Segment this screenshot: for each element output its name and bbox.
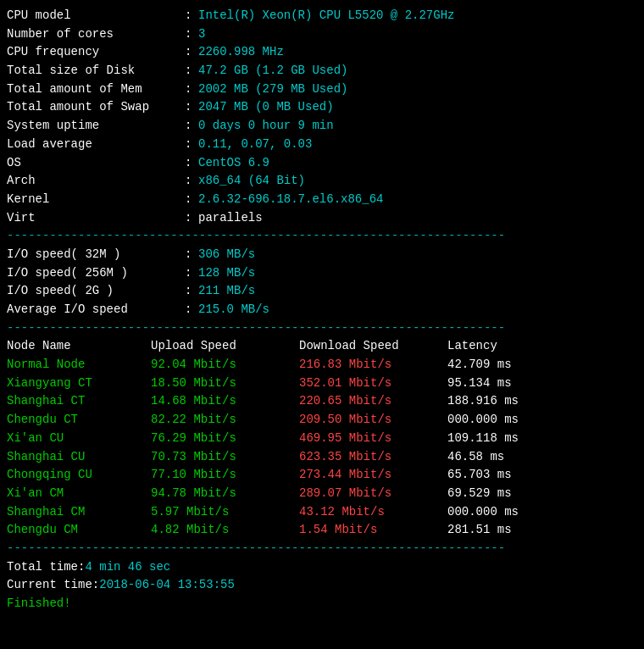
freq-value: 2260.998 MHz (198, 43, 284, 62)
cpu-model-row: CPU model : Intel(R) Xeon(R) CPU L5520 @… (7, 7, 637, 25)
io2g-value: 211 MB/s (198, 282, 255, 301)
node-download: 623.35 Mbit/s (299, 448, 447, 467)
node-upload: 18.50 Mbit/s (151, 374, 299, 393)
node-latency: 281.51 ms (447, 521, 637, 540)
table-row: Shanghai CM5.97 Mbit/s43.12 Mbit/s000.00… (7, 503, 637, 522)
os-colon: : (185, 154, 198, 173)
avg-io-row: Average I/O speed : 215.0 MB/s (7, 301, 637, 319)
io32-colon: : (185, 246, 198, 264)
os-label: OS (7, 154, 185, 173)
swap-row: Total amount of Swap : 2047 MB (0 MB Use… (7, 98, 637, 117)
node-name: Xiangyang CT (7, 374, 151, 393)
node-latency: 69.529 ms (447, 485, 637, 503)
arch-label: Arch (7, 172, 185, 191)
divider-3: ----------------------------------------… (7, 540, 637, 558)
disk-colon: : (185, 62, 198, 80)
table-row: Xi'an CM94.78 Mbit/s289.07 Mbit/s69.529 … (7, 485, 637, 503)
finished-line: Finished! (7, 595, 637, 613)
node-latency: 000.000 ms (447, 503, 637, 522)
header-name: Node Name (7, 337, 151, 356)
current-time-label: Current time (7, 576, 92, 595)
current-time-value: 2018-06-04 13:53:55 (99, 576, 235, 595)
cores-row: Number of cores : 3 (7, 25, 637, 44)
current-time-colon: : (92, 576, 99, 595)
io32-value: 306 MB/s (198, 246, 255, 264)
node-latency: 95.134 ms (447, 374, 637, 393)
cores-label: Number of cores (7, 25, 185, 44)
node-name: Chengdu CM (7, 521, 151, 540)
node-latency: 109.118 ms (447, 430, 637, 448)
node-upload: 76.29 Mbit/s (151, 430, 299, 448)
mem-value: 2002 MB (279 MB Used) (198, 80, 347, 99)
io2g-colon: : (185, 282, 198, 301)
table-row: Shanghai CU70.73 Mbit/s623.35 Mbit/s46.5… (7, 448, 637, 467)
divider-2: ----------------------------------------… (7, 319, 637, 338)
header-latency: Latency (447, 337, 637, 356)
node-download: 209.50 Mbit/s (299, 411, 447, 430)
node-latency: 000.000 ms (447, 411, 637, 430)
node-name: Shanghai CT (7, 392, 151, 411)
node-latency: 65.703 ms (447, 466, 637, 485)
node-upload: 4.82 Mbit/s (151, 521, 299, 540)
node-download: 1.54 Mbit/s (299, 521, 447, 540)
node-latency: 188.916 ms (447, 392, 637, 411)
os-row: OS : CentOS 6.9 (7, 154, 637, 173)
total-time-value: 4 min 46 sec (85, 558, 170, 577)
finished-text: Finished! (7, 595, 71, 613)
swap-colon: : (185, 98, 198, 117)
mem-colon: : (185, 80, 198, 99)
freq-colon: : (185, 43, 198, 62)
cpu-model-label: CPU model (7, 7, 185, 25)
node-download: 216.83 Mbit/s (299, 356, 447, 374)
total-time-row: Total time : 4 min 46 sec (7, 558, 637, 577)
virt-row: Virt : parallels (7, 209, 637, 228)
freq-row: CPU frequency : 2260.998 MHz (7, 43, 637, 62)
node-upload: 70.73 Mbit/s (151, 448, 299, 467)
uptime-label: System uptime (7, 117, 185, 136)
total-time-label: Total time (7, 558, 78, 577)
header-download: Download Speed (299, 337, 447, 356)
node-name: Chengdu CT (7, 411, 151, 430)
node-upload: 5.97 Mbit/s (151, 503, 299, 522)
load-row: Load average : 0.11, 0.07, 0.03 (7, 136, 637, 154)
kernel-colon: : (185, 191, 198, 209)
mem-label: Total amount of Mem (7, 80, 185, 99)
network-table: Node Name Upload Speed Download Speed La… (7, 337, 637, 540)
node-download: 469.95 Mbit/s (299, 430, 447, 448)
avg-io-colon: : (185, 301, 198, 319)
node-name: Shanghai CU (7, 448, 151, 467)
node-upload: 92.04 Mbit/s (151, 356, 299, 374)
load-value: 0.11, 0.07, 0.03 (198, 136, 312, 154)
mem-row: Total amount of Mem : 2002 MB (279 MB Us… (7, 80, 637, 99)
node-name: Normal Node (7, 356, 151, 374)
disk-label: Total size of Disk (7, 62, 185, 80)
io2g-label: I/O speed( 2G ) (7, 282, 185, 301)
node-upload: 82.22 Mbit/s (151, 411, 299, 430)
network-rows: Normal Node92.04 Mbit/s216.83 Mbit/s42.7… (7, 356, 637, 540)
node-download: 220.65 Mbit/s (299, 392, 447, 411)
kernel-label: Kernel (7, 191, 185, 209)
load-label: Load average (7, 136, 185, 154)
node-latency: 42.709 ms (447, 356, 637, 374)
node-name: Xi'an CM (7, 485, 151, 503)
swap-label: Total amount of Swap (7, 98, 185, 117)
virt-colon: : (185, 209, 198, 228)
footer: Total time : 4 min 46 sec Current time :… (7, 558, 637, 613)
network-header: Node Name Upload Speed Download Speed La… (7, 337, 637, 356)
divider-1: ----------------------------------------… (7, 227, 637, 246)
table-row: Shanghai CT14.68 Mbit/s220.65 Mbit/s188.… (7, 392, 637, 411)
avg-io-label: Average I/O speed (7, 301, 185, 319)
node-download: 352.01 Mbit/s (299, 374, 447, 393)
arch-value: x86_64 (64 Bit) (198, 172, 305, 191)
current-time-row: Current time : 2018-06-04 13:53:55 (7, 576, 637, 595)
node-download: 43.12 Mbit/s (299, 503, 447, 522)
io32-row: I/O speed( 32M ) : 306 MB/s (7, 246, 637, 264)
arch-colon: : (185, 172, 198, 191)
cores-colon: : (185, 25, 198, 44)
kernel-row: Kernel : 2.6.32-696.18.7.el6.x86_64 (7, 191, 637, 209)
io2g-row: I/O speed( 2G ) : 211 MB/s (7, 282, 637, 301)
io256-label: I/O speed( 256M ) (7, 264, 185, 283)
io-info: I/O speed( 32M ) : 306 MB/s I/O speed( 2… (7, 246, 637, 319)
load-colon: : (185, 136, 198, 154)
swap-value: 2047 MB (0 MB Used) (198, 98, 334, 117)
